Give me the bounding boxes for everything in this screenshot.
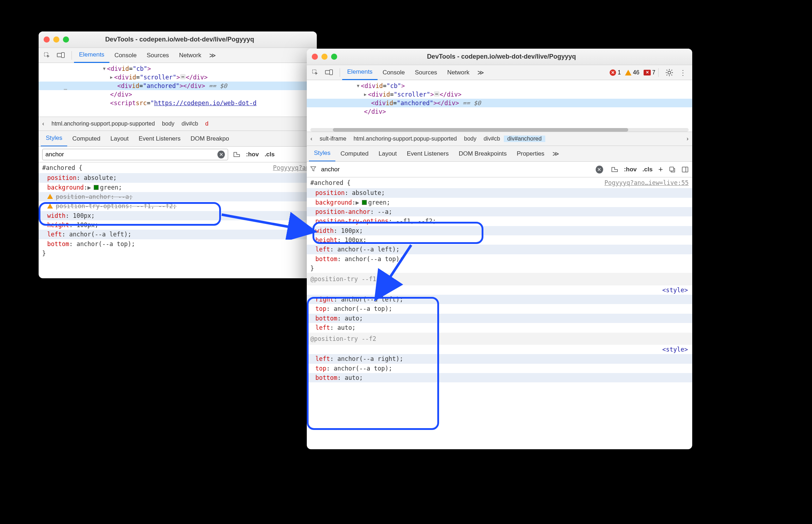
style-source-link[interactable]: <style> — [662, 346, 688, 353]
minimize-icon[interactable] — [321, 54, 328, 60]
tab-sources[interactable]: Sources — [410, 65, 442, 80]
breadcrumb[interactable]: ‹ sult-iframe html.anchoring-support.pop… — [307, 132, 692, 146]
cls-button[interactable]: .cls — [643, 166, 653, 173]
close-icon[interactable] — [312, 54, 318, 60]
error-count[interactable]: ✕1 — [610, 69, 621, 76]
tab-console[interactable]: Console — [109, 48, 142, 63]
titlebar[interactable]: DevTools - codepen.io/web-dot-dev/live/P… — [39, 31, 317, 48]
stab-layout[interactable]: Layout — [374, 146, 402, 162]
filter-bar: ✕ :hov .cls — [39, 147, 317, 162]
titlebar[interactable]: DevTools - codepen.io/web-dot-dev/live/P… — [307, 49, 692, 65]
crumb-body[interactable]: body — [158, 121, 178, 127]
crumb-html[interactable]: html.anchoring-support.popup-supported — [350, 136, 461, 142]
inspect-icon[interactable] — [42, 50, 52, 60]
styles-panel[interactable]: #anchored {Pogyyyq?an… position: absolut… — [39, 162, 317, 258]
style-source-link[interactable]: <style> — [662, 287, 688, 294]
color-swatch-icon[interactable] — [362, 200, 367, 205]
tab-network[interactable]: Network — [442, 65, 474, 80]
minimize-icon[interactable] — [53, 36, 59, 43]
overflow-icon[interactable]: ≫ — [550, 150, 562, 158]
styles-tabs: Styles Computed Layout Event Listeners D… — [39, 131, 317, 147]
warning-icon — [47, 194, 53, 199]
crumb-overflow[interactable]: d — [202, 121, 212, 127]
crumb-body[interactable]: body — [461, 136, 480, 142]
device-icon[interactable] — [324, 68, 334, 78]
close-icon[interactable] — [44, 36, 50, 43]
filter-icon[interactable] — [310, 166, 316, 173]
dom-node-anchored[interactable]: <div id="anchored"></div>== $0 — [307, 99, 692, 107]
tab-network[interactable]: Network — [174, 48, 206, 63]
crumb-html[interactable]: html.anchoring-support.popup-supported — [48, 121, 158, 127]
devtools-toolbar: Elements Console Sources Network ≫ — [39, 48, 317, 63]
tab-elements[interactable]: Elements — [74, 48, 109, 63]
breadcrumb[interactable]: ‹ html.anchoring-support.popup-supported… — [39, 117, 317, 131]
stab-styles[interactable]: Styles — [41, 131, 67, 147]
color-swatch-icon[interactable] — [94, 185, 99, 190]
crumb-prev-icon[interactable]: ‹ — [307, 136, 316, 142]
svg-rect-6 — [670, 167, 674, 171]
toggle-panel-icon[interactable] — [681, 166, 689, 173]
warning-icon — [47, 204, 53, 209]
gear-icon[interactable] — [665, 68, 674, 77]
crumb-divcb[interactable]: div#cb — [480, 136, 503, 142]
svg-rect-7 — [682, 167, 688, 172]
violation-count[interactable]: ✕7 — [644, 69, 655, 76]
crumb-iframe[interactable]: sult-iframe — [316, 136, 350, 142]
scrollbar[interactable] — [310, 128, 689, 132]
warning-count[interactable]: 46 — [625, 69, 639, 76]
position-try-f1-header: @position-try --f1 — [307, 273, 692, 285]
cls-button[interactable]: .cls — [265, 151, 275, 158]
clear-icon[interactable]: ✕ — [217, 151, 225, 158]
filter-input[interactable] — [321, 166, 594, 173]
device-icon[interactable] — [56, 50, 66, 60]
styles-tabs: Styles Computed Layout Event Listeners D… — [307, 146, 692, 162]
dom-tree[interactable]: ▼<div id="cb"> ▶<div id="scroller">⋯</di… — [307, 80, 692, 127]
crumb-divcb[interactable]: div#cb — [178, 121, 202, 127]
stab-dombp[interactable]: DOM Breakpo — [186, 131, 234, 147]
filter-input[interactable] — [45, 151, 215, 158]
stab-computed[interactable]: Computed — [67, 131, 105, 147]
computed-styles-icon[interactable] — [233, 151, 240, 158]
svg-rect-5 — [330, 70, 333, 75]
overflow-icon[interactable]: ≫ — [206, 52, 219, 59]
dom-node-anchored[interactable]: <div id="anchored"></div>== $0 — [39, 82, 317, 90]
filter-bar: ✕ :hov .cls + — [307, 162, 692, 177]
hov-button[interactable]: :hov — [624, 166, 637, 173]
computed-styles-icon[interactable] — [611, 166, 618, 173]
source-link[interactable]: Pogyyyq?ano…iew=live:55 — [605, 178, 689, 187]
rule-selector: #anchored { — [42, 163, 83, 172]
tab-sources[interactable]: Sources — [142, 48, 174, 63]
stab-listeners[interactable]: Event Listeners — [402, 146, 454, 162]
stab-dombp[interactable]: DOM Breakpoints — [454, 146, 512, 162]
maximize-icon[interactable] — [331, 54, 337, 60]
styles-panel[interactable]: #anchored {Pogyyyq?ano…iew=live:55 posit… — [307, 177, 692, 382]
dom-tree[interactable]: ▼<div id="cb"> ▶<div id="scroller">⋯</di… — [39, 63, 317, 117]
stab-layout[interactable]: Layout — [105, 131, 134, 147]
hov-button[interactable]: :hov — [246, 151, 259, 158]
stab-listeners[interactable]: Event Listeners — [134, 131, 186, 147]
crumb-prev-icon[interactable]: ‹ — [39, 121, 48, 127]
maximize-icon[interactable] — [63, 36, 69, 43]
devtools-toolbar: Elements Console Sources Network ≫ ✕1 46… — [307, 65, 692, 80]
inspect-icon[interactable] — [310, 68, 320, 78]
add-rule-icon[interactable]: + — [658, 165, 663, 174]
tab-elements[interactable]: Elements — [342, 65, 378, 80]
window-title: DevTools - codepen.io/web-dot-dev/live/P… — [69, 36, 312, 43]
stab-computed[interactable]: Computed — [335, 146, 373, 162]
menu-icon[interactable]: ⋮ — [677, 68, 689, 77]
copy-styles-icon[interactable] — [669, 166, 676, 173]
crumb-anchored[interactable]: div#anchored — [504, 136, 545, 142]
rule-selector: #anchored { — [310, 178, 351, 187]
stab-properties[interactable]: Properties — [512, 146, 549, 162]
crumb-next-icon[interactable]: › — [683, 136, 692, 142]
window-title: DevTools - codepen.io/web-dot-dev/live/P… — [337, 53, 687, 60]
tab-console[interactable]: Console — [378, 65, 410, 80]
svg-rect-2 — [61, 53, 64, 58]
overflow-icon[interactable]: ≫ — [474, 69, 487, 77]
position-try-f2-header: @position-try --f2 — [307, 333, 692, 345]
stab-styles[interactable]: Styles — [309, 146, 335, 162]
clear-icon[interactable]: ✕ — [596, 166, 603, 173]
